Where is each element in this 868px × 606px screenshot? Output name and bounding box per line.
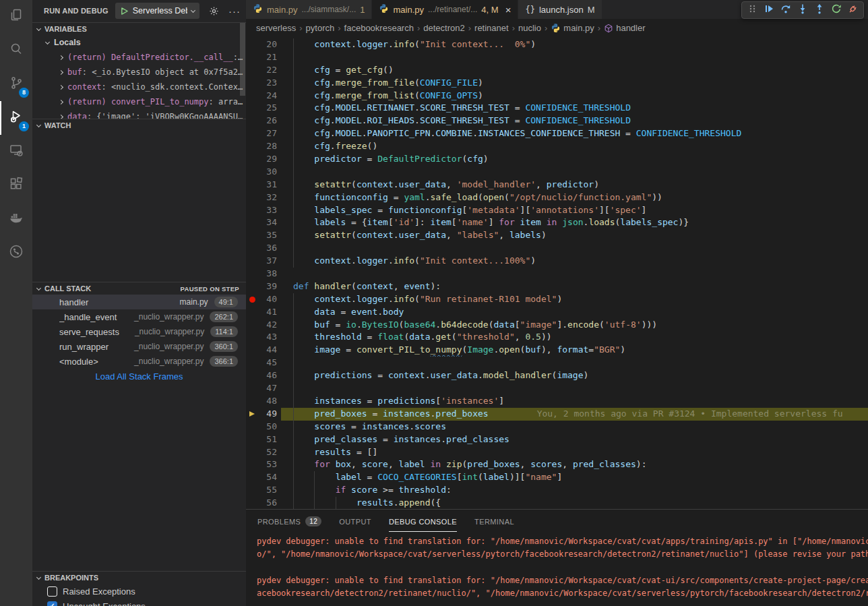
step-into-button[interactable] [795, 3, 810, 18]
step-out-button[interactable] [812, 3, 827, 18]
breadcrumb-item-nuclio[interactable]: nuclio [518, 23, 541, 33]
settings-gear-icon[interactable] [209, 6, 219, 16]
activity-item-explorer[interactable] [0, 0, 32, 34]
activity-item-extensions[interactable] [0, 169, 32, 202]
panel-tab-terminal[interactable]: TERMINAL [474, 510, 514, 533]
breadcrumb-item-handler[interactable]: handler [604, 23, 645, 33]
breadcrumb-item-detectron2[interactable]: detectron2 [423, 23, 464, 33]
variable-row[interactable]: context: <nuclio_sdk.context.Context obj… [32, 80, 246, 94]
breadcrumb-item-retinanet[interactable]: retinanet [474, 23, 509, 33]
load-all-stack-frames-link[interactable]: Load All Stack Frames [32, 369, 246, 385]
panel-tab-output[interactable]: OUTPUT [339, 510, 371, 533]
gutter: 24 [246, 90, 281, 102]
breakpoints-section-header[interactable]: BREAKPOINTS [32, 571, 246, 584]
breakpoint-gutter[interactable] [246, 293, 258, 306]
variables-scope-locals[interactable]: Locals [32, 35, 246, 50]
activity-item-run-debug[interactable]: 1 [0, 101, 32, 135]
gutter: 29 [246, 153, 281, 166]
variables-section-header[interactable]: VARIABLES [32, 22, 246, 35]
indent-guide [293, 458, 294, 471]
editor-line: 40 context.logger.info("Run retinanet-R1… [246, 293, 868, 306]
breadcrumb-item-serverless[interactable]: serverless [256, 23, 296, 33]
editor-line: 56 results.append({ [246, 497, 868, 509]
indent-guide [293, 204, 294, 217]
panel-tab-debug-console[interactable]: DEBUG CONSOLE [389, 510, 457, 533]
code-text: label = COCO_CATEGORIES[int(label)]["nam… [293, 472, 562, 482]
stack-frame[interactable]: _handle_event_nuclio_wrapper.py262:1 [32, 309, 246, 324]
line-number: 53 [258, 458, 281, 471]
gutter: 30 [246, 166, 281, 179]
activity-item-git-graph[interactable] [0, 236, 32, 270]
indent-guide [293, 179, 294, 191]
tab-main-py-0[interactable]: main.py.../siammask/...1 [246, 0, 372, 19]
breakpoint-label: Raised Exceptions [63, 586, 135, 597]
breadcrumb-item-pytorch[interactable]: pytorch [306, 23, 335, 33]
search-icon [8, 41, 24, 60]
activity-badge: 8 [19, 88, 29, 98]
code-text: for box, score, label in zip(pred_boxes,… [293, 459, 646, 469]
indent-guide [293, 446, 294, 459]
breakpoints-list: Raised Exceptions✓Uncaught Exceptions [32, 584, 246, 606]
code-line-content: instances = predictions['instances'] [281, 395, 868, 408]
launch-config-picker[interactable]: Serverless Debu [115, 3, 199, 19]
stack-frame[interactable]: <module>_nuclio_wrapper.py366:1 [32, 354, 246, 369]
disconnect-button[interactable] [846, 3, 861, 18]
panel-tab-problems[interactable]: PROBLEMS12 [257, 510, 321, 533]
line-number: 32 [258, 191, 281, 204]
gutter: 36 [246, 242, 281, 255]
step-over-button[interactable] [778, 3, 793, 18]
variable-row[interactable]: (return) convert_PIL_to_numpy: array([[[… [32, 94, 246, 109]
watch-section-header[interactable]: WATCH [32, 119, 246, 131]
variable-row[interactable]: data: {'image': 'iVBORw0KGgoAAAANSUhE… [32, 109, 246, 119]
chevron-down-icon [36, 285, 41, 290]
breakpoints-title: BREAKPOINTS [44, 574, 98, 582]
gutter: 25 [246, 102, 281, 115]
activity-item-source-control[interactable]: 8 [0, 67, 32, 101]
gutter-margin [246, 204, 258, 217]
frame-position-badge: 360:1 [210, 341, 238, 352]
variables-tree: Locals(return) DefaultPredictor.__call__… [32, 35, 246, 119]
breadcrumb-separator: › [299, 23, 302, 33]
tab-decoration-badge: 4, M [481, 5, 498, 15]
code-text: labels_spec = functionconfig['metadata']… [293, 205, 646, 215]
sidebar-title: RUN AND DEBUG [44, 7, 108, 15]
step-into-icon [797, 3, 808, 17]
stack-frame[interactable]: run_wrapper_nuclio_wrapper.py360:1 [32, 339, 246, 354]
code-line-content: results = [] [281, 446, 868, 459]
current-step-gutter[interactable] [246, 408, 258, 421]
close-icon[interactable]: × [505, 5, 512, 15]
indent-guide [293, 382, 294, 395]
breakpoint-label: Uncaught Exceptions [63, 601, 146, 606]
code-text: cfg.merge_from_file(CONFIG_FILE) [293, 78, 483, 88]
variable-text: context: <nuclio_sdk.context.Context obj… [67, 80, 243, 94]
breadcrumb-item-facebookresearch[interactable]: facebookresearch [344, 23, 414, 33]
checkbox[interactable] [47, 586, 57, 597]
more-actions-icon[interactable]: ··· [228, 5, 241, 17]
indent-guide [293, 191, 294, 204]
activity-item-remote[interactable] [0, 135, 32, 169]
breadcrumb-item-main-py[interactable]: main.py [551, 23, 594, 33]
indent-guide [293, 115, 294, 127]
indent-guide [293, 255, 294, 268]
activity-item-docker[interactable] [0, 202, 32, 236]
activity-item-search[interactable] [0, 34, 32, 67]
code-editor: 20 context.logger.info("Init context... … [246, 37, 868, 509]
indent-guide [293, 51, 294, 64]
variable-row[interactable]: (return) DefaultPredictor.__call__: {'in… [32, 50, 246, 65]
call-stack-section-header[interactable]: CALL STACK PAUSED ON STEP [32, 282, 246, 295]
code-line-content: pred_boxes = instances.pred_boxesYou, 2 … [281, 408, 868, 421]
code-text: cfg = get_cfg() [293, 65, 394, 75]
code-text: pred_boxes = instances.pred_boxes [293, 408, 489, 419]
sidebar-scrollbar[interactable] [240, 23, 245, 96]
continue-button[interactable] [762, 3, 776, 18]
restart-button[interactable] [829, 3, 844, 18]
variable-row[interactable]: buf: <_io.BytesIO object at 0x7f5a2dc1ec… [32, 65, 246, 80]
stack-frame[interactable]: handlermain.py49:1 [32, 295, 246, 309]
stack-frame[interactable]: serve_requests_nuclio_wrapper.py114:1 [32, 324, 246, 339]
gutter: 50 [246, 421, 281, 433]
continue-icon [764, 3, 774, 17]
gutter: 42 [246, 319, 281, 332]
tab-main-py-1[interactable]: main.py.../retinanet/...4, M× [372, 0, 518, 19]
tab-launch-json-2[interactable]: {}launch.jsonM [518, 0, 602, 19]
checkbox[interactable]: ✓ [47, 601, 57, 606]
